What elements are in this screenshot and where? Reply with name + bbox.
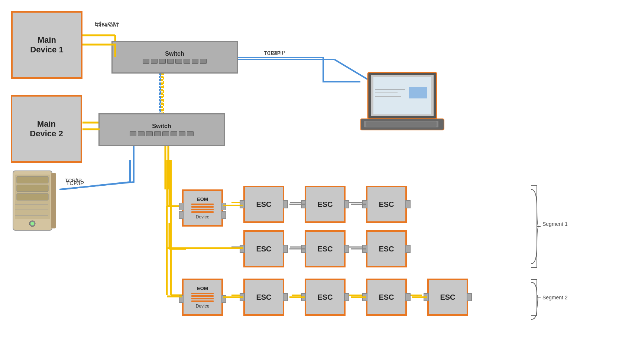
main-device-1-label: Main Device 1 bbox=[30, 35, 63, 55]
eom-1-lines bbox=[191, 204, 214, 213]
esc-1-3: ESC bbox=[366, 186, 407, 223]
esc-1-2: ESC bbox=[305, 186, 346, 223]
esc-3-2: ESC bbox=[305, 279, 346, 316]
switch-2: Switch bbox=[98, 113, 225, 146]
main-device-2-label: Main Device 2 bbox=[30, 119, 63, 139]
esc-2-3-label: ESC bbox=[379, 245, 394, 253]
esc-3-1: ESC bbox=[243, 279, 284, 316]
server bbox=[7, 167, 63, 238]
ethercat-label: EtherCAT bbox=[95, 20, 119, 27]
esc-2-1-label: ESC bbox=[256, 245, 271, 253]
esc-1-3-label: ESC bbox=[379, 200, 394, 209]
esc-3-3: ESC bbox=[366, 279, 407, 316]
esc-2-1: ESC bbox=[243, 230, 284, 267]
esc-3-4-label: ESC bbox=[440, 293, 455, 302]
svg-rect-32 bbox=[409, 87, 427, 98]
svg-rect-38 bbox=[17, 176, 48, 183]
eom-2-sub: Device bbox=[196, 303, 210, 309]
svg-rect-40 bbox=[17, 194, 48, 200]
svg-rect-35 bbox=[366, 121, 437, 127]
switch-2-ports bbox=[130, 131, 194, 136]
tcpip-top-label: TCP/IP bbox=[268, 49, 285, 56]
esc-2-3: ESC bbox=[366, 230, 407, 267]
svg-rect-46 bbox=[51, 173, 56, 228]
esc-1-1-label: ESC bbox=[256, 200, 271, 209]
switch-1: Switch bbox=[111, 41, 238, 74]
esc-3-3-label: ESC bbox=[379, 293, 394, 302]
esc-1-2-label: ESC bbox=[317, 200, 333, 209]
esc-3-4: ESC bbox=[427, 279, 468, 316]
segment-1-label: Segment 1 bbox=[542, 221, 568, 227]
eom-device-2: EOM Device bbox=[182, 279, 223, 316]
svg-rect-39 bbox=[17, 185, 48, 192]
esc-2-2-label: ESC bbox=[317, 245, 333, 253]
eom-device-1: EOM Device bbox=[182, 189, 223, 227]
switch-1-label: Switch bbox=[165, 51, 184, 57]
esc-3-2-label: ESC bbox=[317, 293, 333, 302]
switch-2-label: Switch bbox=[152, 123, 171, 130]
svg-point-42 bbox=[30, 222, 34, 225]
tcpip-bottom-label: TCP/IP bbox=[66, 180, 84, 186]
esc-2-2: ESC bbox=[305, 230, 346, 267]
esc-1-1: ESC bbox=[243, 186, 284, 223]
segment-2-label: Segment 2 bbox=[542, 295, 568, 300]
eom-2-lines bbox=[191, 293, 214, 302]
switch-1-ports bbox=[143, 59, 207, 64]
main-device-1: Main Device 1 bbox=[11, 11, 82, 79]
esc-3-1-label: ESC bbox=[256, 293, 271, 302]
eom-1-sub: Device bbox=[196, 214, 210, 220]
eom-2-label: EOM bbox=[197, 286, 208, 291]
main-device-2: Main Device 2 bbox=[11, 95, 82, 163]
laptop bbox=[360, 71, 446, 134]
eom-1-label: EOM bbox=[197, 196, 208, 202]
